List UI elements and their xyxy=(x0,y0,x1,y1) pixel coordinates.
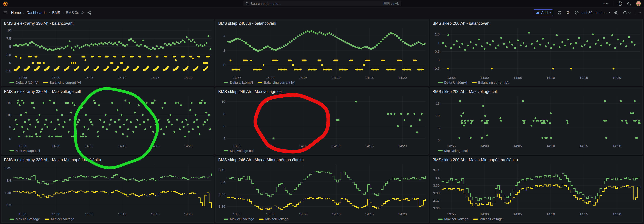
panel-title[interactable]: BMS sklep 246 Ah - Max a Min napětí na č… xyxy=(216,156,428,163)
panel-plot[interactable]: 13:5514:0014:0514:1014:1514:203.453.43.3… xyxy=(2,163,214,217)
svg-text:2.5: 2.5 xyxy=(6,53,11,56)
collapse-chrome-icon[interactable] xyxy=(639,12,641,14)
svg-text:14:05: 14:05 xyxy=(85,76,94,80)
legend-item[interactable]: Delta U [10mV] xyxy=(10,80,38,84)
svg-text:0.5: 0.5 xyxy=(435,50,440,53)
legend-item[interactable]: Min cell voltage xyxy=(473,217,503,221)
time-range-picker[interactable]: Last 30 minutes xyxy=(575,10,610,15)
help-button[interactable]: ? xyxy=(618,2,622,6)
series-swatch xyxy=(438,218,443,220)
svg-text:14:10: 14:10 xyxy=(118,76,126,80)
legend-item[interactable]: Min cell voltage xyxy=(45,217,74,221)
legend-item[interactable]: Delta U [10mV] xyxy=(224,80,253,84)
svg-text:1.5: 1.5 xyxy=(435,32,440,36)
panel-246ah-balancovani: BMS sklep 246 Ah - balancování 13:5514:0… xyxy=(216,19,428,86)
chevron-down-icon xyxy=(549,12,551,14)
legend-item[interactable]: Delta U [10mV] xyxy=(438,80,467,84)
breadcrumb-home[interactable]: Home xyxy=(11,10,21,15)
refresh-button[interactable] xyxy=(623,10,630,15)
svg-text:14:20: 14:20 xyxy=(612,212,621,216)
favorite-star-icon[interactable]: ☆ xyxy=(80,10,84,15)
svg-text:5: 5 xyxy=(9,45,11,48)
svg-text:3.36: 3.36 xyxy=(219,204,225,208)
legend-item[interactable]: Max voltage cell xyxy=(10,149,40,153)
svg-text:14:20: 14:20 xyxy=(184,144,193,148)
series-swatch xyxy=(10,82,14,83)
panel-title[interactable]: BMS u elektrárny 330 Ah - Max voltage ce… xyxy=(2,88,214,95)
breadcrumb-bms[interactable]: BMS xyxy=(52,10,60,15)
legend-item[interactable]: Balancing current [A] xyxy=(43,80,81,84)
svg-text:14:20: 14:20 xyxy=(612,144,621,148)
panel-246ah-max-min-napeti: BMS sklep 246 Ah - Max a Min napětí na č… xyxy=(216,156,428,223)
svg-text:3.42: 3.42 xyxy=(219,168,225,172)
series-swatch xyxy=(224,218,228,220)
user-avatar[interactable] xyxy=(636,1,641,6)
panel-plot[interactable]: 13:5514:0014:0514:1014:1514:20151050 xyxy=(430,95,642,148)
svg-text:14:05: 14:05 xyxy=(513,212,522,216)
svg-text:3.4: 3.4 xyxy=(6,178,11,182)
panel-title[interactable]: BMS sklep 200 Ah - balancování xyxy=(430,20,642,26)
search-input[interactable]: Search or jump to... ⌨ ctrl+k xyxy=(243,1,401,6)
zoom-out-icon[interactable] xyxy=(614,10,618,15)
legend-item[interactable]: Max cell voltage xyxy=(10,217,40,221)
breadcrumb: Home › Dashboards › BMS › BMS 3x xyxy=(11,10,79,15)
svg-text:0: 0 xyxy=(438,138,440,142)
panel-title[interactable]: BMS sklep 246 Ah - balancování xyxy=(216,20,428,26)
svg-text:14:10: 14:10 xyxy=(332,76,341,80)
svg-text:14:20: 14:20 xyxy=(398,212,407,216)
search-placeholder: Search or jump to... xyxy=(250,2,281,6)
panel-plot[interactable]: 13:5514:0014:0514:1014:1514:203.413.43.3… xyxy=(430,163,642,217)
legend-item[interactable]: Max cell voltage xyxy=(224,217,254,221)
share-icon[interactable] xyxy=(87,11,91,15)
panel-title[interactable]: BMS u elektrárny 330 Ah - balancování xyxy=(2,20,214,26)
panel-title[interactable]: BMS sklep 246 Ah - Max voltage cell xyxy=(216,88,428,95)
add-button[interactable]: Add xyxy=(534,10,553,16)
legend-item[interactable]: Max cell voltage xyxy=(438,217,468,221)
svg-text:14:15: 14:15 xyxy=(580,144,588,148)
menu-toggle-icon[interactable] xyxy=(3,10,8,15)
news-icon[interactable] xyxy=(627,2,631,6)
legend-item[interactable]: Balancing current [A] xyxy=(472,80,510,84)
legend-item[interactable]: Max voltage cell xyxy=(438,149,468,153)
svg-text:14:20: 14:20 xyxy=(184,76,193,80)
breadcrumb-dashboards[interactable]: Dashboards xyxy=(27,10,46,15)
panel-plot[interactable]: 13:5514:0014:0514:1014:1514:20420 xyxy=(216,26,428,80)
svg-text:14:15: 14:15 xyxy=(151,212,160,216)
svg-text:14:20: 14:20 xyxy=(184,212,193,216)
chevron-down-icon xyxy=(606,2,608,4)
panel-title[interactable]: BMS u elektrárny 330 Ah - Max a Min napě… xyxy=(2,156,214,163)
grafana-logo[interactable] xyxy=(3,1,8,6)
legend-item[interactable]: Balancing current [A] xyxy=(258,80,295,84)
svg-text:14:00: 14:00 xyxy=(52,76,60,80)
panel-title[interactable]: BMS sklep 200 Ah - Max voltage cell xyxy=(430,88,642,95)
svg-text:-0.5: -0.5 xyxy=(434,67,440,70)
svg-text:3.4: 3.4 xyxy=(435,176,440,180)
series-swatch xyxy=(438,82,443,83)
series-swatch xyxy=(473,218,478,220)
svg-text:14:05: 14:05 xyxy=(299,212,308,216)
panel-plot[interactable]: 13:5514:0014:0514:1014:1514:20107.552.50… xyxy=(2,26,214,80)
legend-item[interactable]: Max voltage cell xyxy=(224,149,254,153)
panel-plot[interactable]: 13:5514:0014:0514:1014:1514:20151050 xyxy=(2,95,214,148)
settings-gear-icon[interactable]: ⚙ xyxy=(566,10,570,15)
panel-200ah-max-min-napeti: BMS sklep 200 Ah - Max a Min napětí na č… xyxy=(430,156,643,223)
panel-plot[interactable]: 13:5514:0014:0514:1014:1514:201.510.50-0… xyxy=(430,26,642,80)
svg-text:10: 10 xyxy=(8,28,11,32)
clock-icon xyxy=(575,10,579,15)
svg-text:13:55: 13:55 xyxy=(447,144,456,148)
search-shortcut: ctrl+k xyxy=(391,2,399,6)
svg-text:14:00: 14:00 xyxy=(52,144,60,148)
svg-text:5: 5 xyxy=(438,126,440,130)
svg-text:3.36: 3.36 xyxy=(433,206,440,210)
legend-item[interactable]: Min cell voltage xyxy=(259,217,288,221)
panel-plot[interactable]: 13:5514:0014:0514:1014:1514:203.423.43.3… xyxy=(216,163,428,217)
svg-text:14:00: 14:00 xyxy=(52,212,60,216)
svg-text:14:10: 14:10 xyxy=(118,144,126,148)
save-dashboard-icon[interactable] xyxy=(557,10,562,15)
svg-text:10: 10 xyxy=(222,100,225,104)
panel-title[interactable]: BMS sklep 200 Ah - Max a Min napětí na č… xyxy=(430,156,642,163)
svg-text:14:00: 14:00 xyxy=(480,212,489,216)
new-menu-button[interactable]: + xyxy=(602,1,608,6)
panel-plot[interactable]: 13:5514:0014:0514:1014:1514:2010864 xyxy=(216,95,428,148)
svg-text:4: 4 xyxy=(224,34,226,38)
